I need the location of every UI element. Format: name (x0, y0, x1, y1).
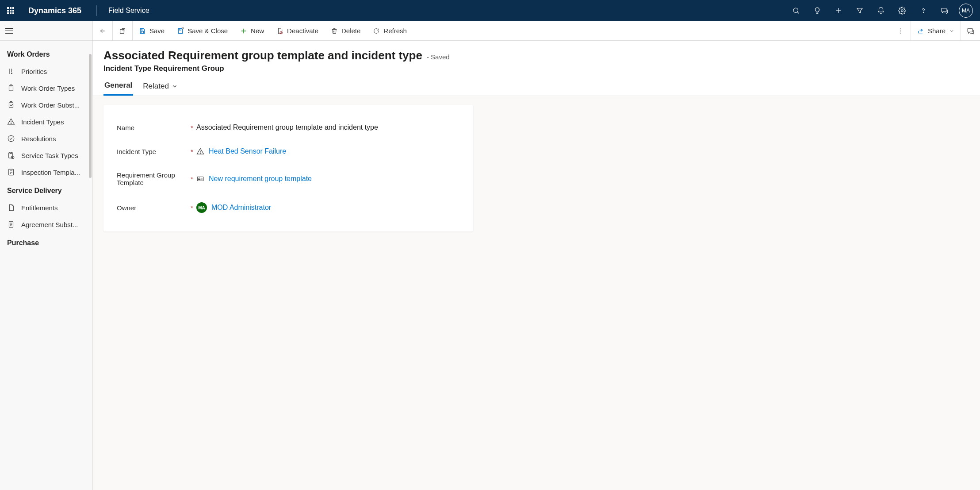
sidebar-toggle-row (0, 21, 92, 41)
sidebar-item-label: Service Task Types (21, 152, 78, 159)
header-divider (96, 5, 97, 16)
deactivate-label: Deactivate (287, 27, 318, 35)
settings-button[interactable] (892, 0, 913, 21)
sidebar-item-entitlements[interactable]: Entitlements (0, 199, 92, 216)
app-name-label[interactable]: Field Service (108, 7, 149, 15)
help-icon (919, 7, 927, 15)
chat-icon (967, 27, 975, 35)
svg-point-39 (200, 153, 200, 153)
deactivate-icon (276, 27, 283, 35)
field-incident-type: Incident Type * Heat Bed Sensor Failure (117, 139, 460, 163)
nav-group-purchase: Purchase (0, 233, 92, 251)
lightbulb-icon (813, 7, 821, 15)
sidebar-item-label: Incident Types (21, 118, 64, 126)
open-new-window-button[interactable] (113, 21, 132, 40)
share-button[interactable]: Share (911, 21, 961, 40)
field-label: Incident Type (117, 148, 188, 155)
app-launcher-button[interactable] (4, 4, 18, 18)
sidebar-scrollbar[interactable] (89, 54, 92, 178)
tab-related[interactable]: Related (142, 81, 179, 96)
header-left: Dynamics 365 Field Service (4, 4, 149, 18)
required-indicator: * (188, 148, 196, 155)
chat-icon (941, 7, 949, 15)
sidebar-item-work-order-types[interactable]: Work Order Types (0, 80, 92, 96)
user-avatar: MA (959, 4, 973, 18)
inspection-icon (7, 168, 15, 176)
form-body: Name * Associated Requirement group temp… (93, 96, 980, 490)
svg-point-4 (901, 10, 903, 12)
svg-line-34 (280, 32, 282, 34)
sidebar-item-service-task-types[interactable]: Service Task Types (0, 147, 92, 164)
brand-label[interactable]: Dynamics 365 (25, 6, 85, 15)
bell-icon (877, 7, 885, 15)
tab-label: General (104, 81, 132, 90)
filter-button[interactable] (849, 0, 870, 21)
incident-type-lookup[interactable]: Heat Bed Sensor Failure (209, 147, 286, 155)
search-button[interactable] (785, 0, 807, 21)
sidebar-item-label: Priorities (21, 68, 47, 75)
delete-button[interactable]: Delete (325, 21, 367, 40)
back-arrow-icon (99, 27, 106, 35)
user-avatar-button[interactable]: MA (955, 0, 976, 21)
sidebar-item-label: Work Order Subst... (21, 101, 80, 109)
field-value[interactable]: Heat Bed Sensor Failure (196, 147, 460, 155)
sidebar-item-agreement-substatuses[interactable]: Agreement Subst... (0, 216, 92, 233)
new-button[interactable]: New (234, 21, 270, 40)
add-button[interactable] (828, 0, 849, 21)
gear-icon (898, 7, 906, 15)
trash-icon (331, 27, 338, 35)
sidebar-item-priorities[interactable]: Priorities (0, 63, 92, 80)
main-content: Save Save & Close New Deactivate Delete (93, 21, 980, 490)
nav-group-work-orders: Work Orders (0, 44, 92, 63)
assistant-panel-button[interactable] (961, 21, 980, 40)
refresh-button[interactable]: Refresh (367, 21, 413, 40)
chevron-down-icon (949, 28, 954, 34)
help-button[interactable] (913, 0, 934, 21)
nav-group-service-delivery: Service Delivery (0, 181, 92, 199)
save-label: Save (149, 27, 165, 35)
new-label: New (251, 27, 264, 35)
sidebar-scroll[interactable]: Work Orders Priorities Work Order Types … (0, 41, 92, 490)
form-card: Name * Associated Requirement group temp… (103, 105, 473, 231)
field-value[interactable]: New requirement group template (196, 175, 460, 183)
owner-lookup[interactable]: MOD Administrator (211, 204, 271, 212)
global-header: Dynamics 365 Field Service MA (0, 0, 980, 21)
required-indicator: * (188, 124, 196, 131)
more-vertical-icon (897, 27, 904, 35)
insights-button[interactable] (807, 0, 828, 21)
sidebar-item-work-order-substatuses[interactable]: Work Order Subst... (0, 96, 92, 113)
req-group-template-lookup[interactable]: New requirement group template (209, 175, 312, 183)
command-bar: Save Save & Close New Deactivate Delete (93, 21, 980, 41)
field-label: Requirement Group Template (117, 171, 188, 186)
back-button[interactable] (93, 21, 112, 40)
save-close-button[interactable]: Save & Close (171, 21, 234, 40)
sidebar-item-resolutions[interactable]: Resolutions (0, 130, 92, 147)
sidebar-toggle-button[interactable] (5, 26, 16, 36)
required-indicator: * (188, 204, 196, 212)
warning-icon (196, 147, 204, 155)
sidebar-item-label: Entitlements (21, 204, 58, 212)
svg-point-5 (923, 12, 923, 13)
svg-rect-40 (197, 177, 203, 181)
record-status: - Saved (427, 53, 450, 61)
save-button[interactable]: Save (133, 21, 171, 40)
svg-point-0 (793, 8, 798, 13)
sidebar-item-incident-types[interactable]: Incident Types (0, 113, 92, 130)
save-icon (139, 27, 146, 35)
sidebar-item-inspection-templates[interactable]: Inspection Templa... (0, 164, 92, 181)
sidebar-item-label: Inspection Templa... (21, 169, 80, 176)
field-value[interactable]: Associated Requirement group template an… (196, 123, 460, 131)
deactivate-button[interactable]: Deactivate (270, 21, 325, 40)
tab-label: Related (143, 82, 169, 91)
command-overflow-button[interactable] (891, 27, 911, 35)
tab-general[interactable]: General (103, 81, 133, 96)
chevron-down-icon (172, 83, 178, 89)
priorities-icon (7, 67, 15, 75)
required-indicator: * (188, 175, 196, 183)
assistant-header-button[interactable] (934, 0, 955, 21)
svg-point-15 (8, 135, 14, 142)
notifications-button[interactable] (870, 0, 892, 21)
svg-rect-29 (141, 31, 143, 33)
check-circle-icon (7, 135, 15, 143)
field-value[interactable]: MA MOD Administrator (196, 202, 460, 213)
